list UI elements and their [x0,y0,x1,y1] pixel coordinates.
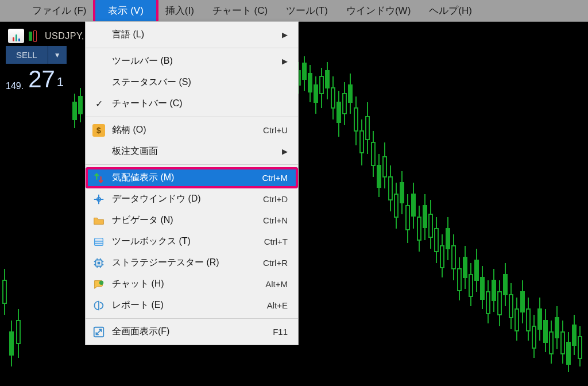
svg-rect-106 [17,321,20,343]
menu-item-label: 言語 (L) [112,29,282,41]
svg-rect-34 [389,177,392,200]
check-icon [92,98,105,110]
svg-rect-70 [492,280,496,300]
svg-rect-113 [95,241,103,241]
svg-rect-98 [572,325,576,345]
svg-rect-88 [544,321,547,342]
svg-rect-18 [343,94,346,114]
menu-item-shortcut: Ctrl+U [263,125,288,135]
svg-rect-100 [578,337,582,358]
svg-rect-8 [314,85,318,102]
svg-rect-10 [320,76,323,94]
svg-rect-60 [463,257,467,277]
svg-rect-28 [372,142,375,165]
svg-rect-16 [337,102,341,122]
svg-rect-78 [515,309,519,331]
svg-rect-12 [326,71,329,88]
menu-item-navigator[interactable]: ナビゲータ (N) Ctrl+N [86,210,298,231]
cpu-chip-icon [92,257,105,269]
svg-rect-20 [349,85,352,102]
chat-bubble-icon [92,278,105,291]
menu-item-shortcut: Alt+E [267,300,288,310]
submenu-arrow-icon: ▶ [282,30,288,39]
menu-item-shortcut: Ctrl+R [263,258,288,268]
menu-item-label: 板注文画面 [112,145,282,157]
blank-icon [92,145,105,158]
svg-rect-62 [469,275,473,296]
menu-item-label: ツールボックス (T) [112,236,257,248]
menu-item-label: ストラテジーテスター (R) [112,257,256,269]
menu-item-language[interactable]: 言語 (L) ▶ [86,24,298,45]
menubar: ファイル (F) 表示 (V) 挿入(I) チャート (C) ツール(T) ウイ… [0,0,588,22]
menu-item-label: チャット (H) [112,278,258,290]
svg-rect-116 [98,261,100,264]
svg-rect-30 [377,165,381,187]
menu-window[interactable]: ウインドウ(W) [337,1,420,21]
menu-item-label: 全画面表示(F) [112,326,266,338]
menu-item-toolbars[interactable]: ツールバー (B) ▶ [86,51,298,72]
menu-item-shortcut: F11 [273,327,288,337]
menu-item-label: レポート (E) [112,299,260,311]
menu-file[interactable]: ファイル (F) [23,1,95,21]
menu-item-chartbar[interactable]: チャートバー (C) [86,93,298,114]
menu-insert[interactable]: 挿入(I) [156,1,203,21]
menu-item-statusbar[interactable]: ステータスバー (S) [86,72,298,93]
menu-item-strategy-tester[interactable]: ストラテジーテスター (R) Ctrl+R [86,252,298,273]
menu-separator [86,318,298,319]
menu-separator [86,164,298,165]
svg-rect-84 [532,326,536,348]
menu-item-shortcut: Ctrl+N [263,215,288,225]
svg-rect-42 [412,194,415,216]
menu-item-chat[interactable]: チャット (H) Alt+M [86,273,298,295]
menu-item-data-window[interactable]: データウインドウ (D) Ctrl+D [86,188,298,210]
menu-item-shortcut: Ctrl+D [263,194,288,204]
menu-help[interactable]: ヘルプ(H) [420,1,481,21]
svg-rect-110 [73,102,76,119]
svg-rect-44 [417,217,421,240]
blank-icon [92,76,105,89]
svg-rect-90 [550,332,553,354]
price-small: 1 [57,74,64,91]
svg-rect-4 [303,63,306,79]
svg-rect-94 [561,332,564,354]
menu-tools[interactable]: ツール(T) [277,1,337,21]
menu-item-toolbox[interactable]: ツールボックス (T) Ctrl+T [86,231,298,252]
sell-dropdown-toggle[interactable]: ▼ [48,46,67,64]
fullscreen-icon [92,326,105,338]
menu-item-report[interactable]: レポート (E) Alt+E [86,295,298,316]
svg-rect-54 [446,229,450,249]
svg-rect-76 [509,295,513,318]
blank-icon [92,29,105,41]
menu-item-depth[interactable]: 板注文画面 ▶ [86,141,298,162]
svg-rect-24 [360,131,363,153]
menu-separator [86,48,298,48]
svg-rect-56 [452,246,455,269]
svg-rect-52 [440,246,444,268]
one-click-trade-panel: SELL ▼ 149. 27 1 [6,46,67,91]
svg-rect-104 [10,332,13,355]
svg-rect-64 [475,260,478,280]
menu-item-label: データウインドウ (D) [112,193,256,205]
menu-item-market-watch[interactable]: 気配値表示 (M) Ctrl+M [86,167,298,188]
menu-item-label: 銘柄 (O) [112,124,256,136]
menu-chart[interactable]: チャート (C) [203,1,277,21]
chart-symbol-tag[interactable]: USDJPY, H [8,29,94,43]
svg-rect-66 [481,277,484,299]
svg-rect-48 [429,214,432,237]
folder-icon [92,214,105,227]
menu-item-symbols[interactable]: $ 銘柄 (O) Ctrl+U [86,119,298,141]
menu-item-label: ナビゲータ (N) [112,214,256,226]
svg-rect-68 [486,292,490,314]
app-stage: ファイル (F) 表示 (V) 挿入(I) チャート (C) ツール(T) ウイ… [0,0,588,386]
menu-item-label: チャートバー (C) [112,98,288,110]
sell-button[interactable]: SELL [6,46,48,64]
barchart-icon [8,29,24,43]
toolbox-icon [92,236,105,248]
svg-rect-96 [567,342,570,364]
svg-rect-38 [400,183,404,203]
menu-view[interactable]: 表示 (V) [95,0,156,22]
dollar-icon: $ [92,124,105,137]
menu-item-fullscreen[interactable]: 全画面表示(F) F11 [86,321,298,342]
svg-rect-50 [435,229,438,252]
svg-rect-102 [3,280,6,303]
